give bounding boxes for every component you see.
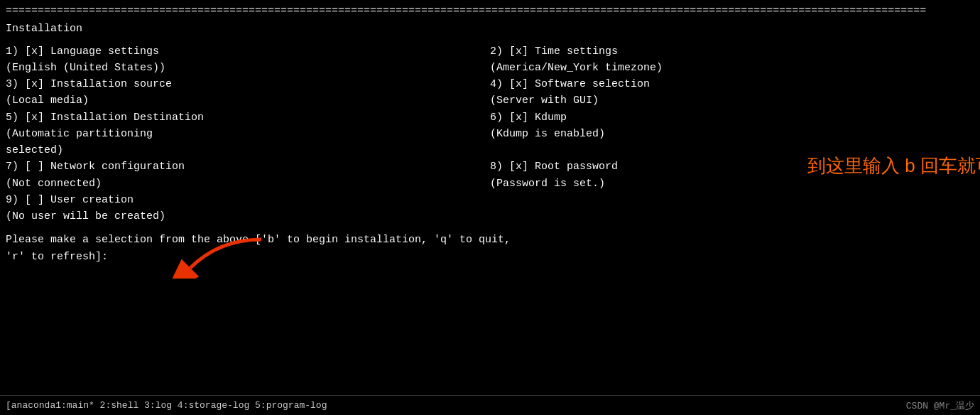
item-8-detail: (Password is set.) bbox=[490, 178, 605, 190]
item-7-detail: (Not connected) bbox=[6, 178, 102, 190]
red-arrow bbox=[148, 236, 290, 279]
item-1-text: 1) [x] Language settings bbox=[6, 45, 159, 58]
item-4-detail: (Server with GUI) bbox=[490, 95, 599, 107]
menu-item-9[interactable]: 9) [ ] User creation (No user will be cr… bbox=[6, 192, 490, 225]
item-5-text: 5) [x] Installation Destination bbox=[6, 112, 204, 124]
menu-item-5[interactable]: 5) [x] Installation Destination (Automat… bbox=[6, 109, 490, 159]
item-6-detail: (Kdump is enabled) bbox=[490, 128, 605, 140]
annotation-container: 到这里输入 b 回车就可以了 bbox=[807, 151, 980, 180]
menu-item-3[interactable]: 3) [x] Installation source (Local media) bbox=[6, 76, 490, 109]
prompt-section: Please make a selection from the above [… bbox=[6, 232, 974, 265]
menu-item-empty bbox=[490, 192, 974, 225]
menu-item-8[interactable]: 8) [x] Root password (Password is set.) … bbox=[490, 158, 974, 192]
item-5-detail1: (Automatic partitioning bbox=[6, 128, 153, 140]
csdn-watermark: CSDN @Mr_温少 bbox=[906, 399, 974, 412]
menu-item-1[interactable]: 1) [x] Language settings (English (Unite… bbox=[6, 43, 490, 77]
prompt-line2: 'r' to refresh]: bbox=[6, 249, 108, 265]
item-4-text: 4) [x] Software selection bbox=[490, 78, 650, 90]
annotation-text: 到这里输入 b 回车就可以了 bbox=[807, 155, 980, 176]
item-6-text: 6) [x] Kdump bbox=[490, 112, 567, 124]
item-9-text: 9) [ ] User creation bbox=[6, 194, 134, 206]
item-8-text: 8) [x] Root password bbox=[490, 161, 618, 173]
menu-item-7[interactable]: 7) [ ] Network configuration (Not connec… bbox=[6, 158, 490, 192]
menu-item-2[interactable]: 2) [x] Time settings (America/New_York t… bbox=[490, 43, 974, 77]
tab-bar-text: [anaconda1:main* 2:shell 3:log 4:storage… bbox=[6, 400, 327, 411]
menu-grid: 1) [x] Language settings (English (Unite… bbox=[6, 43, 974, 225]
item-2-detail: (America/New_York timezone) bbox=[490, 62, 663, 74]
item-2-text: 2) [x] Time settings bbox=[490, 45, 618, 58]
item-9-detail: (No user will be created) bbox=[6, 210, 165, 222]
bottom-tab-bar: [anaconda1:main* 2:shell 3:log 4:storage… bbox=[0, 395, 980, 415]
item-3-detail: (Local media) bbox=[6, 95, 89, 107]
menu-item-4[interactable]: 4) [x] Software selection (Server with G… bbox=[490, 76, 974, 109]
item-7-text: 7) [ ] Network configuration bbox=[6, 161, 185, 173]
item-3-text: 3) [x] Installation source bbox=[6, 78, 172, 90]
installation-title: Installation bbox=[6, 21, 974, 37]
terminal-window: ========================================… bbox=[0, 0, 980, 415]
separator-line: ========================================… bbox=[6, 3, 974, 19]
item-5-detail2: selected) bbox=[6, 144, 63, 156]
item-1-detail: (English (United States)) bbox=[6, 62, 165, 74]
prompt-line2-container: 'r' to refresh]: bbox=[6, 249, 974, 265]
